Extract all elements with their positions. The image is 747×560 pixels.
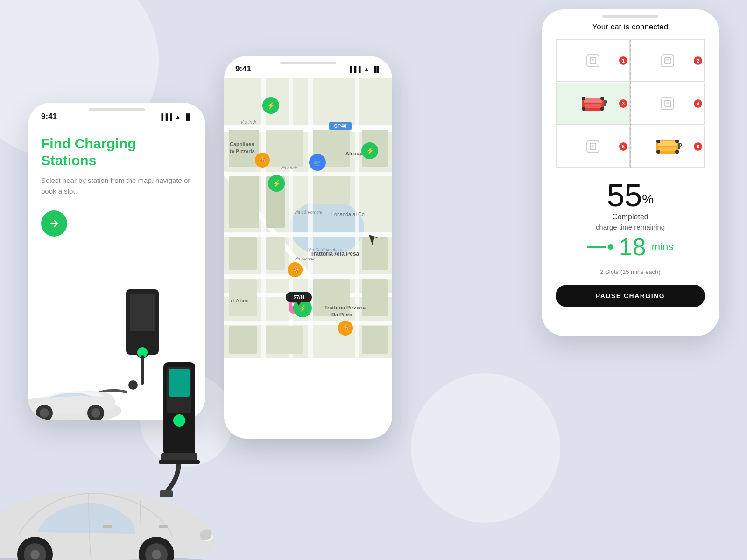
phone1-heading: Find Charging Stations [41,135,192,169]
svg-text:el Altieri: el Altieri [231,298,249,303]
svg-point-87 [600,97,604,100]
svg-text:Da Piero: Da Piero [331,312,352,317]
svg-rect-95 [659,147,676,151]
svg-rect-32 [362,237,388,270]
map-view[interactable]: SP40 Via Indi Via Cà Colombara Via Cà Fo… [224,78,392,358]
svg-point-86 [582,97,585,100]
svg-rect-30 [229,237,257,270]
wifi-icon: ▲ [364,66,370,73]
svg-point-8 [40,408,49,418]
charger-icon [586,140,599,153]
charge-wire [587,244,613,250]
time-value: 18 [619,235,646,259]
svg-point-89 [600,107,604,111]
svg-text:🍕: 🍕 [342,324,350,332]
svg-text:⚡: ⚡ [366,147,374,155]
parking-spot-2: 2 [631,40,705,82]
svg-point-4 [128,380,138,390]
svg-rect-113 [169,369,190,397]
completed-label: Completed [556,213,705,221]
svg-text:⚡: ⚡ [267,102,275,110]
svg-rect-19 [261,78,266,358]
svg-rect-100 [678,143,680,149]
bg-blob-2 [411,373,560,523]
svg-rect-110 [159,525,168,528]
svg-point-96 [656,140,660,143]
phone1-status-icons: ▐▐▐ ▲ ▐▌ [159,113,192,120]
charging-station-illustration [149,353,210,504]
phone1-time: 9:41 [41,112,57,121]
parking-spot-3: 3 [556,83,630,125]
slot-number: 6 [694,142,702,151]
slot-number: 1 [619,56,627,65]
phone2-time: 9:41 [235,64,251,74]
parking-spot-1: 1 [556,40,630,82]
svg-rect-24 [229,176,259,228]
wifi-icon: ▲ [175,113,181,120]
svg-rect-1 [130,294,155,331]
svg-point-97 [675,140,679,143]
svg-text:🍕: 🍕 [291,266,300,274]
svg-text:Trattoria Alla Pesa: Trattoria Alla Pesa [310,251,359,257]
battery-icon: ▐▌ [373,66,381,73]
svg-rect-28 [313,176,350,204]
connected-title: Your car is connected [556,22,705,32]
svg-rect-90 [604,100,606,106]
svg-rect-84 [584,98,602,103]
signal-icon: ▐▐▐ [348,66,361,73]
charge-percentage: 55% Completed [556,179,705,221]
time-display-row: 18 mins [556,235,705,259]
slots-info: 2 Slots (15 mins each) [556,268,705,275]
battery-icon: ▐▌ [184,113,192,120]
svg-text:Via Claudia: Via Claudia [294,257,316,261]
percent-symbol: % [642,192,654,206]
svg-rect-38 [362,326,388,354]
svg-text:⚡: ⚡ [273,180,281,188]
svg-point-107 [152,550,161,559]
phone1-subtext: Select near by station from the map. nav… [41,175,192,196]
slot-number: 3 [619,99,627,108]
wire-plug [608,244,613,250]
svg-rect-20 [308,78,313,358]
svg-point-99 [675,150,679,154]
charge-time-label: charge time remaining [556,223,705,231]
phone2-notch [280,62,336,64]
svg-rect-109 [103,525,112,528]
svg-text:⚡: ⚡ [299,304,307,312]
phone2-status-bar: 9:41 ▐▐▐ ▲ ▐▌ [224,56,392,78]
phone1-status-bar: 9:41 ▐▐▐ ▲ ▐▌ [41,112,192,121]
svg-point-114 [173,414,186,427]
svg-rect-21 [355,78,359,358]
svg-rect-31 [266,237,285,270]
slot-number: 5 [619,142,627,151]
svg-text:SP40: SP40 [334,123,347,129]
navigate-button[interactable] [41,210,67,237]
svg-text:Trattoria Pizzeria: Trattoria Pizzeria [324,305,366,310]
svg-point-10 [91,408,100,418]
svg-rect-94 [658,141,677,146]
percentage-value: 55 [607,177,642,213]
slot-number: 4 [694,99,702,108]
svg-text:Via Indi: Via Indi [240,119,256,125]
wire-line [587,246,606,248]
signal-icon: ▐▐▐ [159,113,172,120]
charge-time-section: charge time remaining 18 mins [556,223,705,259]
phone1-notch [89,108,145,111]
phone2-status-icons: ▐▐▐ ▲ ▐▌ [348,66,381,73]
svg-text:Via Annie: Via Annie [280,166,298,170]
svg-text:te Pizzeria: te Pizzeria [230,148,255,154]
phone-screen-3: Your car is connected 1 2 [542,9,719,336]
svg-text:Via Cà Fornoni: Via Cà Fornoni [294,210,323,215]
svg-rect-22 [289,78,293,358]
svg-point-104 [30,550,40,559]
phone3-notch [602,15,658,18]
parking-spot-4: 4 [631,83,705,125]
svg-point-88 [582,107,585,111]
svg-text:🍕: 🍕 [259,156,267,164]
parking-spot-5: 5 [556,126,630,168]
svg-rect-35 [362,279,388,316]
charger-icon [661,54,674,67]
svg-text:Capolinea: Capolinea [230,141,254,147]
pause-charging-button[interactable]: PAUSE CHARGING [556,285,705,307]
svg-text:Locanda al Co: Locanda al Co [331,211,365,217]
